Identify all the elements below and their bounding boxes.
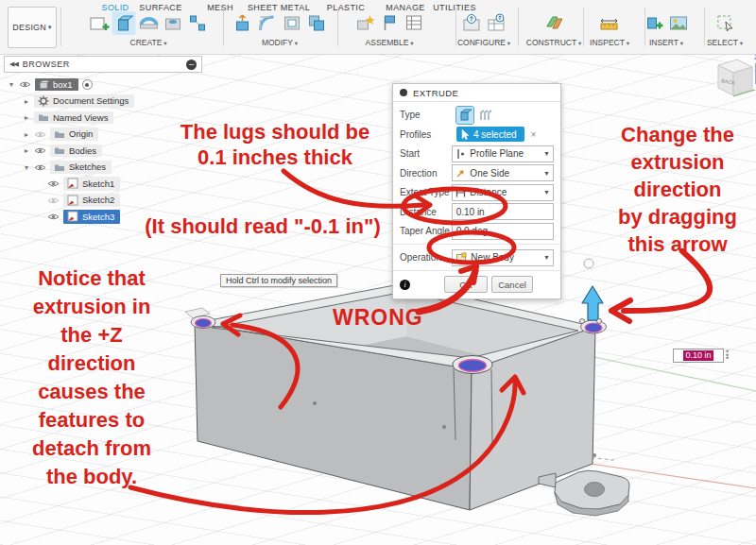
- chevron-down-icon: ▾: [48, 24, 52, 31]
- configuration-table-icon[interactable]: [484, 11, 507, 35]
- info-icon[interactable]: i: [400, 280, 410, 290]
- insert-image-icon[interactable]: [667, 11, 691, 35]
- joint-icon[interactable]: [378, 11, 402, 35]
- extent-type-value: Distance: [470, 187, 507, 197]
- group-configure-label[interactable]: CONFIGURE: [457, 38, 510, 47]
- group-configure: CONFIGURE: [457, 11, 510, 47]
- extrude-thin-type-icon[interactable]: [476, 107, 493, 124]
- tab-mesh[interactable]: MESH: [207, 3, 233, 12]
- construct-plane-icon[interactable]: [542, 11, 566, 35]
- toolbar-divider: [644, 8, 645, 46]
- tree-item-sketch2[interactable]: Sketch2: [4, 193, 202, 209]
- hint-tooltip: Hold Ctrl to modify selection: [220, 274, 337, 287]
- collapse-panel-icon[interactable]: ◀◀: [9, 60, 18, 68]
- group-inspect-label[interactable]: INSPECT: [590, 38, 629, 47]
- profile-plane-icon: [455, 148, 466, 160]
- group-insert: INSERT: [643, 11, 691, 47]
- tree-label: box1: [53, 79, 73, 90]
- chevron-down-icon: ▼: [543, 150, 550, 157]
- component-cube-icon: [39, 79, 49, 90]
- pattern-icon[interactable]: [186, 11, 210, 35]
- toolbar-divider: [518, 8, 519, 46]
- chevron-down-icon: ▼: [543, 254, 550, 261]
- profiles-selected-chip[interactable]: 4 selected: [456, 127, 524, 142]
- tree-label: Document Settings: [53, 95, 129, 106]
- extent-type-select[interactable]: Distance ▼: [452, 184, 554, 201]
- toolbar-divider: [583, 8, 584, 46]
- fillet-icon[interactable]: [256, 11, 280, 35]
- create-sketch-icon[interactable]: [88, 11, 112, 35]
- expand-icon[interactable]: ▸: [23, 146, 30, 155]
- visibility-eye-icon[interactable]: [47, 179, 60, 188]
- group-select-label[interactable]: SELECT: [707, 38, 743, 47]
- toolbar-divider: [455, 8, 456, 46]
- toolbar-divider: [60, 8, 61, 46]
- tree-label: Sketch3: [82, 212, 114, 222]
- folder-icon: [54, 145, 65, 155]
- cursor-icon: [461, 129, 470, 140]
- folder-icon: [54, 129, 65, 139]
- tree-label: Origin: [69, 128, 93, 139]
- dialog-header[interactable]: EXTRUDE: [393, 84, 560, 102]
- cancel-button[interactable]: Cancel: [491, 276, 533, 293]
- expand-icon[interactable]: ▾: [8, 80, 15, 89]
- start-select[interactable]: Profile Plane ▼: [452, 145, 554, 162]
- tree-item-sketch1[interactable]: Sketch1: [4, 176, 202, 192]
- visibility-eye-off-icon[interactable]: [34, 130, 46, 139]
- revolve-icon[interactable]: [137, 11, 161, 35]
- visibility-eye-icon[interactable]: [34, 163, 46, 172]
- direction-select[interactable]: One Side ▼: [452, 164, 554, 181]
- visibility-eye-icon[interactable]: [19, 80, 31, 89]
- browser-header: ◀◀ BROWSER –: [4, 56, 202, 73]
- minimize-browser-icon[interactable]: –: [186, 60, 197, 70]
- visibility-eye-icon[interactable]: [34, 146, 46, 155]
- distance-input[interactable]: 0.10 in: [452, 203, 554, 220]
- tree-item-document-settings[interactable]: ▸ Document Settings: [4, 94, 202, 110]
- visibility-eye-off-icon[interactable]: [47, 196, 60, 205]
- activate-component-radio[interactable]: [82, 79, 93, 90]
- dialog-separator: [393, 270, 560, 271]
- select-icon[interactable]: [713, 11, 737, 35]
- dimension-input[interactable]: 0.10 in: [673, 349, 724, 363]
- clear-selection-icon[interactable]: ×: [531, 129, 537, 140]
- dimension-value: 0.10 in: [683, 350, 713, 361]
- configure-icon[interactable]: [459, 11, 483, 35]
- group-create: CREATE: [88, 11, 210, 47]
- group-modify-label[interactable]: MODIFY: [262, 38, 298, 47]
- bom-icon[interactable]: [403, 11, 426, 35]
- expand-icon[interactable]: ▸: [23, 113, 30, 122]
- workspace-switcher[interactable]: DESIGN▾: [8, 7, 57, 48]
- new-component-icon[interactable]: [353, 11, 377, 35]
- group-insert-label[interactable]: INSERT: [649, 38, 683, 47]
- dimension-drag-handle[interactable]: •••: [726, 350, 729, 361]
- gear-icon: [38, 95, 49, 107]
- measure-icon[interactable]: [597, 11, 621, 35]
- group-create-label[interactable]: CREATE: [130, 38, 167, 47]
- shell-icon[interactable]: [281, 11, 304, 35]
- extrude-icon[interactable]: [112, 11, 136, 35]
- annotation-change-direction: Change the extrusion direction by draggi…: [599, 121, 756, 258]
- combine-icon[interactable]: [305, 11, 329, 35]
- tree-label: Bodies: [69, 145, 96, 156]
- group-construct-label[interactable]: CONSTRUCT: [526, 38, 581, 47]
- ok-button[interactable]: OK: [444, 276, 488, 293]
- viewcube[interactable]: BACK Z: [705, 50, 756, 112]
- hole-icon[interactable]: [162, 11, 185, 35]
- insert-derive-icon[interactable]: [643, 11, 666, 35]
- tree-item-box1[interactable]: ▾ box1: [4, 77, 202, 93]
- press-pull-icon[interactable]: [232, 11, 255, 35]
- taper-angle-input[interactable]: 0.0 deg: [452, 223, 554, 240]
- dialog-separator: [393, 244, 560, 245]
- group-assemble-label[interactable]: ASSEMBLE: [366, 38, 414, 47]
- toolbar-divider: [704, 8, 705, 46]
- expand-icon[interactable]: ▸: [23, 97, 30, 106]
- sketch-icon: [67, 178, 78, 189]
- operation-select[interactable]: New Body ▼: [452, 249, 554, 266]
- group-assemble: ASSEMBLE: [353, 11, 426, 47]
- extrude-solid-type-icon[interactable]: [456, 107, 473, 124]
- annotation-lugs-thickness: The lugs should be 0.1 inches thick: [140, 119, 410, 170]
- visibility-eye-icon[interactable]: [47, 213, 60, 221]
- expand-icon[interactable]: ▾: [23, 163, 30, 172]
- distance-value: 0.10 in: [456, 207, 485, 217]
- expand-icon[interactable]: ▸: [23, 130, 30, 139]
